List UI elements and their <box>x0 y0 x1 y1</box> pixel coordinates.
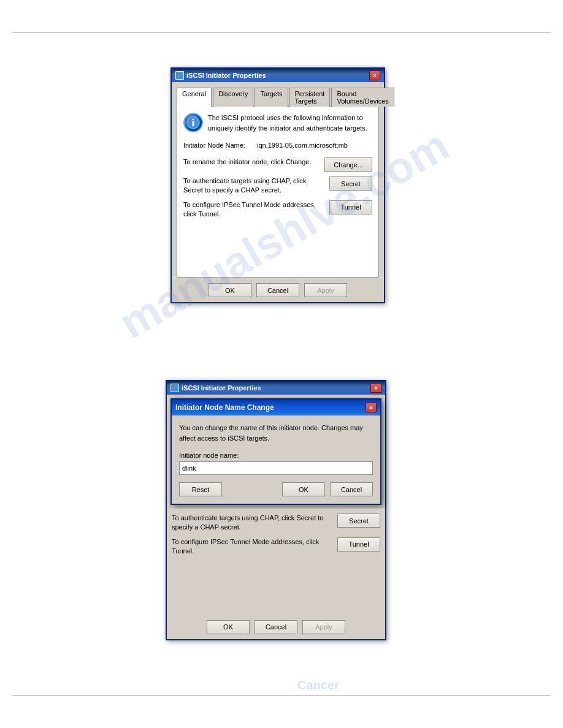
dialog2-sub-buttons-right: OK Cancel <box>282 482 373 496</box>
tab-general[interactable]: General <box>177 88 212 107</box>
top-rule <box>12 32 551 32</box>
dialog1-cancel-button[interactable]: Cancel <box>256 283 299 297</box>
dialog1-field-row: Initiator Node Name: iqn.1991-05.com.mic… <box>183 142 372 149</box>
dialog1-title-text: iSCSI Initiator Properties <box>186 72 266 79</box>
dialog1-change-button[interactable]: Change... <box>324 157 372 172</box>
dialog1-title-icon <box>175 71 184 80</box>
svg-rect-2 <box>193 121 194 126</box>
tab-targets[interactable]: Targets <box>255 88 288 107</box>
dialog2-sub-window: Initiator Node Name Change × You can cha… <box>170 398 381 505</box>
dialog1-info-row: The iSCSI protocol uses the following in… <box>183 113 372 133</box>
dialog2-bg-action-row-2: To authenticate targets using CHAP, clic… <box>172 514 380 533</box>
dialog2-sub-titlebar: Initiator Node Name Change × <box>172 400 380 415</box>
dialog2-bg-spacer <box>172 561 380 610</box>
dialog1-field-value: iqn.1991-05.com.microsoft:mb <box>257 142 348 149</box>
dialog2-bg-close-button[interactable]: × <box>370 383 381 393</box>
dialog1-tab-content: The iSCSI protocol uses the following in… <box>177 106 379 278</box>
tab-discovery[interactable]: Discovery <box>213 88 253 107</box>
dialog1-secret-button[interactable]: Secret <box>329 176 372 191</box>
dialog1-footer: OK Cancel Apply <box>172 278 384 302</box>
dialog1-title-area: iSCSI Initiator Properties <box>175 71 266 80</box>
dialog2-bg-secret-button[interactable]: Secret <box>337 514 380 528</box>
dialog2-sub-ok-button[interactable]: OK <box>282 482 325 496</box>
tab-persistent-targets[interactable]: Persistent Targets <box>289 88 331 107</box>
dialog2-sub-input-label: Initiator node name: <box>179 452 373 459</box>
dialog2-sub-node-name-input[interactable] <box>179 461 373 475</box>
dialog1-ok-button[interactable]: OK <box>209 283 251 297</box>
cancer-text: Cancer <box>297 678 339 692</box>
dialog1-info-text: The iSCSI protocol uses the following in… <box>208 113 372 133</box>
dialog2-bg-ok-button[interactable]: OK <box>207 620 250 634</box>
svg-point-1 <box>193 119 194 121</box>
dialog2-bg-title-text: iSCSI Initiator Properties <box>182 384 261 392</box>
dialog1-action-row-2: To authenticate targets using CHAP, clic… <box>183 176 372 195</box>
dialog2-bg-footer: OK Cancel Apply <box>167 615 385 639</box>
dialog2-bg-titlebar: iSCSI Initiator Properties × <box>167 381 385 395</box>
dialog1-tabs: General Discovery Targets Persistent Tar… <box>177 87 379 106</box>
dialog2-sub-reset-button[interactable]: Reset <box>179 482 222 496</box>
dialog2-bg-content: To authenticate targets using CHAP, clic… <box>167 509 385 615</box>
dialog1-window: iSCSI Initiator Properties × General Dis… <box>170 67 385 303</box>
dialog2-bg-apply-button[interactable]: Apply <box>302 620 345 634</box>
dialog1: iSCSI Initiator Properties × General Dis… <box>170 67 385 303</box>
dialog2-bg-title-icon <box>170 384 179 392</box>
dialog2-sub-close-button[interactable]: × <box>366 403 377 412</box>
dialog2-sub-cancel-button[interactable]: Cancel <box>330 482 373 496</box>
dialog2-subdialog-wrapper: Initiator Node Name Change × You can cha… <box>167 395 385 509</box>
dialog2-bg-action-row-3: To configure IPSec Tunnel Mode addresses… <box>172 537 380 556</box>
dialog1-apply-button[interactable]: Apply <box>304 283 347 297</box>
dialog2-bg-action-text-3: To configure IPSec Tunnel Mode addresses… <box>172 537 337 556</box>
dialog2-bg: iSCSI Initiator Properties × Initiator N… <box>166 380 386 640</box>
dialog2-bg-action-text-2: To authenticate targets using CHAP, clic… <box>172 514 337 533</box>
dialog2-bg-window: iSCSI Initiator Properties × Initiator N… <box>166 380 386 640</box>
dialog2-bg-cancel-button[interactable]: Cancel <box>255 620 297 634</box>
dialog2-sub-title-text: Initiator Node Name Change <box>175 403 274 412</box>
dialog1-tunnel-button[interactable]: Tunnel <box>329 200 372 214</box>
dialog1-spacer <box>183 224 372 261</box>
dialog1-action-text-1: To rename the initiator node, click Chan… <box>183 157 324 167</box>
bottom-rule <box>12 696 551 696</box>
dialog2-sub-buttons: Reset OK Cancel <box>179 482 373 496</box>
dialog1-action-text-3: To configure IPSec Tunnel Mode addresses… <box>183 200 329 219</box>
dialog1-action-row-3: To configure IPSec Tunnel Mode addresses… <box>183 200 372 219</box>
dialog2-bg-title-area: iSCSI Initiator Properties <box>170 384 261 392</box>
dialog1-action-text-2: To authenticate targets using CHAP, clic… <box>183 176 329 195</box>
dialog1-content: General Discovery Targets Persistent Tar… <box>172 82 384 278</box>
dialog1-titlebar: iSCSI Initiator Properties × <box>172 69 384 82</box>
dialog1-info-icon <box>183 113 203 132</box>
tab-bound-volumes[interactable]: Bound Volumes/Devices <box>331 88 394 107</box>
dialog2-sub-text: You can change the name of this initiato… <box>179 423 373 443</box>
dialog1-field-label: Initiator Node Name: <box>183 142 257 149</box>
dialog1-action-row-1: To rename the initiator node, click Chan… <box>183 157 372 172</box>
dialog2-bg-tunnel-button[interactable]: Tunnel <box>337 537 380 552</box>
dialog1-close-button[interactable]: × <box>369 70 380 80</box>
dialog2-sub-content: You can change the name of this initiato… <box>172 415 380 504</box>
